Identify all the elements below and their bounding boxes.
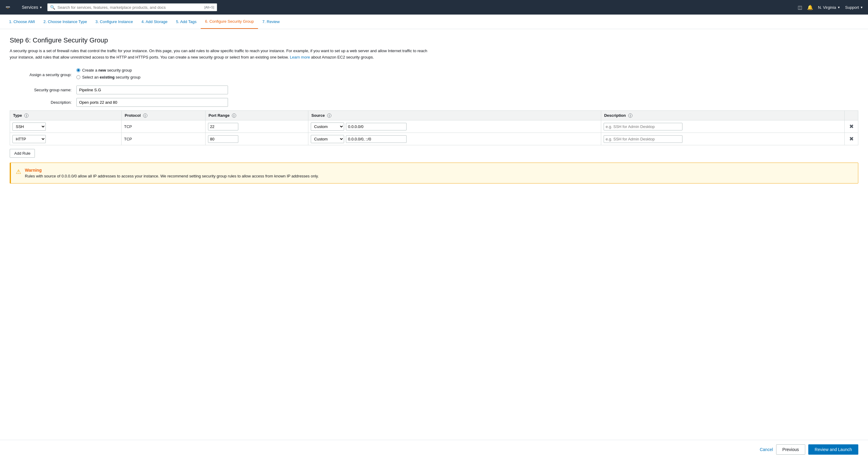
assign-options: Create a new security group Select an ex…	[76, 68, 141, 82]
description-cell-2	[601, 133, 844, 145]
source-cell-1: Custom Anywhere My IP	[308, 120, 601, 133]
source-info-icon[interactable]: i	[327, 114, 331, 118]
remove-rule-1-button[interactable]: ✖	[847, 122, 856, 131]
cancel-button[interactable]: Cancel	[760, 447, 773, 452]
table-row: SSH HTTP HTTPS Custom TCP TCP Custom Any…	[10, 120, 858, 133]
svg-text:aws: aws	[6, 5, 10, 8]
col-type: Type i	[10, 111, 122, 120]
nav-icons: ◫ 🔔 N. Virginia ▼ Support ▼	[798, 5, 863, 10]
type-select-1[interactable]: SSH HTTP HTTPS Custom TCP	[12, 123, 46, 131]
support-chevron-icon: ▼	[860, 6, 863, 9]
review-and-launch-button[interactable]: Review and Launch	[808, 444, 858, 455]
step-add-storage[interactable]: 4. Add Storage	[137, 14, 172, 29]
top-navigation: aws Services ▼ 🔍 [Alt+S] ◫ 🔔 N. Virginia…	[0, 0, 868, 14]
col-protocol: Protocol i	[122, 111, 206, 120]
type-select-2[interactable]: SSH HTTP HTTPS Custom TCP	[12, 135, 46, 143]
warning-icon: ⚠	[16, 168, 21, 175]
port-range-info-icon[interactable]: i	[232, 114, 236, 118]
port-range-cell-2	[205, 133, 308, 145]
sg-name-label: Security group name:	[10, 88, 76, 92]
type-cell-1: SSH HTTP HTTPS Custom TCP	[10, 120, 122, 133]
type-info-icon[interactable]: i	[24, 114, 29, 118]
step-choose-ami[interactable]: 1. Choose AMI	[5, 14, 39, 29]
page-description: A security group is a set of firewall ru…	[10, 48, 434, 61]
bell-icon[interactable]: 🔔	[807, 5, 813, 10]
sg-description-row: Description:	[10, 98, 858, 107]
wizard-steps: 1. Choose AMI 2. Choose Instance Type 3.…	[0, 14, 868, 29]
region-label: N. Virginia	[818, 5, 836, 10]
source-ip-input-2[interactable]	[346, 135, 407, 143]
search-shortcut: [Alt+S]	[204, 5, 214, 9]
warning-title: Warning	[25, 168, 319, 173]
region-chevron-icon: ▼	[837, 6, 840, 9]
description-input-1[interactable]	[603, 123, 682, 130]
port-range-cell-1	[205, 120, 308, 133]
search-input[interactable]	[58, 5, 202, 10]
table-row: SSH HTTP HTTPS Custom TCP TCP Custom Any…	[10, 133, 858, 145]
services-label: Services	[22, 5, 38, 10]
existing-option[interactable]: Select an existing security group	[76, 75, 141, 80]
port-input-2[interactable]	[208, 135, 238, 143]
source-cell-2: Custom Anywhere My IP	[308, 133, 601, 145]
step-add-tags[interactable]: 5. Add Tags	[172, 14, 201, 29]
warning-content: Warning Rules with source of 0.0.0.0/0 a…	[25, 168, 319, 178]
protocol-cell-2: TCP	[122, 133, 206, 145]
search-icon: 🔍	[50, 5, 55, 10]
sg-description-label: Description:	[10, 100, 76, 104]
page-title: Step 6: Configure Security Group	[10, 36, 858, 44]
console-icon[interactable]: ◫	[798, 5, 802, 10]
create-new-option[interactable]: Create a new security group	[76, 68, 141, 72]
remove-cell-1: ✖	[845, 120, 858, 133]
services-chevron-icon: ▼	[39, 6, 42, 9]
add-rule-button[interactable]: Add Rule	[10, 149, 35, 158]
assign-label: Assign a security group:	[10, 72, 76, 77]
type-cell-2: SSH HTTP HTTPS Custom TCP	[10, 133, 122, 145]
search-bar[interactable]: 🔍 [Alt+S]	[47, 3, 217, 11]
create-new-radio[interactable]	[76, 68, 80, 72]
region-selector[interactable]: N. Virginia ▼	[818, 5, 840, 10]
sg-description-input[interactable]	[76, 98, 228, 107]
source-ip-input-1[interactable]	[346, 123, 407, 130]
main-content: Step 6: Configure Security Group A secur…	[0, 29, 868, 440]
support-menu[interactable]: Support ▼	[845, 5, 863, 10]
col-description: Description i	[601, 111, 844, 120]
port-input-1[interactable]	[208, 123, 238, 130]
footer-navigation: Cancel Previous Review and Launch	[0, 440, 868, 458]
sg-name-input[interactable]	[76, 86, 228, 94]
step-choose-instance-type[interactable]: 2. Choose Instance Type	[39, 14, 91, 29]
support-label: Support	[845, 5, 859, 10]
col-port-range: Port Range i	[205, 111, 308, 120]
protocol-cell-1: TCP	[122, 120, 206, 133]
learn-more-link[interactable]: Learn more	[290, 55, 310, 59]
remove-cell-2: ✖	[845, 133, 858, 145]
warning-text: Rules with source of 0.0.0.0/0 allow all…	[25, 174, 319, 178]
col-actions	[845, 111, 858, 120]
remove-rule-2-button[interactable]: ✖	[847, 135, 856, 143]
existing-radio[interactable]	[76, 75, 80, 79]
services-menu[interactable]: Services ▼	[22, 5, 42, 10]
previous-button[interactable]: Previous	[776, 444, 805, 455]
source-select-2[interactable]: Custom Anywhere My IP	[311, 135, 344, 143]
step-review[interactable]: 7. Review	[258, 14, 284, 29]
rules-table: Type i Protocol i Port Range i Source i …	[10, 111, 858, 146]
sg-name-row: Security group name:	[10, 86, 858, 94]
warning-box: ⚠ Warning Rules with source of 0.0.0.0/0…	[10, 162, 858, 183]
step-configure-instance[interactable]: 3. Configure Instance	[91, 14, 137, 29]
description-cell-1	[601, 120, 844, 133]
source-select-1[interactable]: Custom Anywhere My IP	[311, 123, 344, 131]
col-source: Source i	[308, 111, 601, 120]
aws-logo[interactable]: aws	[5, 3, 17, 11]
description-input-2[interactable]	[603, 135, 682, 143]
protocol-info-icon[interactable]: i	[143, 114, 147, 118]
assign-security-group-row: Assign a security group: Create a new se…	[10, 68, 858, 82]
description-info-icon[interactable]: i	[628, 114, 632, 118]
step-configure-security-group[interactable]: 6. Configure Security Group	[201, 14, 258, 29]
